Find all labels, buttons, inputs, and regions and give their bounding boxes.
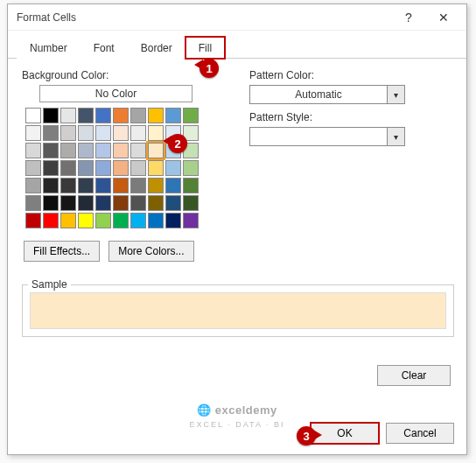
color-swatch[interactable] [113,108,129,123]
format-cells-dialog: Format Cells ? ✕ Number Font Border Fill… [7,4,467,455]
tab-border[interactable]: Border [128,37,186,59]
no-color-button[interactable]: No Color [39,85,192,102]
color-swatch[interactable] [60,143,76,158]
background-color-label: Background Color: [22,69,214,81]
tab-number[interactable]: Number [17,37,80,59]
color-swatch[interactable] [78,160,94,176]
color-swatch[interactable] [113,160,129,176]
color-swatch[interactable] [130,125,146,141]
color-swatch[interactable] [148,195,164,211]
close-button[interactable]: ✕ [426,5,461,30]
pattern-color-dropdown[interactable]: Automatic ▾ [249,85,405,104]
color-swatch[interactable] [43,160,59,176]
more-colors-button[interactable]: More Colors... [108,241,193,262]
color-swatch[interactable] [60,178,76,193]
color-swatch[interactable] [95,160,111,176]
chevron-down-icon: ▾ [387,128,404,145]
color-swatch[interactable] [130,178,146,193]
color-swatch[interactable] [113,213,129,228]
titlebar: Format Cells ? ✕ [8,4,466,31]
color-swatch[interactable] [78,108,94,123]
color-swatch[interactable] [148,160,164,176]
sample-label: Sample [28,278,71,291]
color-swatch[interactable] [165,108,181,123]
color-swatch[interactable] [148,125,164,141]
sample-group: Sample [22,284,454,337]
color-swatch[interactable] [43,178,59,193]
color-swatch[interactable] [165,160,181,176]
color-swatch[interactable] [95,143,111,158]
color-swatch[interactable] [183,160,199,176]
color-swatch[interactable] [60,195,76,211]
callout-2: 2 [168,134,187,153]
color-swatch[interactable] [60,160,76,176]
color-swatch[interactable] [25,108,41,123]
color-swatch[interactable] [43,213,59,228]
color-swatch[interactable] [113,195,129,211]
color-swatch[interactable] [95,213,111,228]
clear-button[interactable]: Clear [377,365,451,386]
color-swatch[interactable] [60,108,76,123]
cancel-button[interactable]: Cancel [386,423,454,444]
color-swatch[interactable] [113,178,129,193]
color-swatch[interactable] [43,143,59,158]
color-swatch[interactable] [43,195,59,211]
color-swatch[interactable] [130,160,146,176]
color-swatch[interactable] [60,125,76,141]
color-swatch-grid [25,108,214,228]
help-button[interactable]: ? [391,5,426,30]
color-swatch[interactable] [183,108,199,123]
color-swatch[interactable] [130,143,146,158]
color-swatch[interactable] [78,213,94,228]
color-swatch[interactable] [60,213,76,228]
color-swatch[interactable] [183,178,199,193]
color-swatch[interactable] [130,195,146,211]
dialog-footer: OK Cancel [311,423,454,444]
tab-font[interactable]: Font [80,37,128,59]
color-swatch[interactable] [95,108,111,123]
color-swatch[interactable] [148,143,164,158]
pattern-style-value [250,128,387,145]
sample-preview [30,292,446,329]
color-swatch[interactable] [183,195,199,211]
color-swatch[interactable] [165,195,181,211]
pattern-style-dropdown[interactable]: ▾ [249,127,405,146]
color-swatch[interactable] [25,125,41,141]
color-swatch[interactable] [148,108,164,123]
color-swatch[interactable] [113,125,129,141]
color-swatch[interactable] [165,213,181,228]
color-swatch[interactable] [25,213,41,228]
color-swatch[interactable] [43,108,59,123]
color-swatch[interactable] [95,195,111,211]
callout-1: 1 [200,59,219,78]
tab-content-fill: Background Color: No Color Fill Effects.… [8,59,466,270]
color-swatch[interactable] [25,178,41,193]
color-swatch[interactable] [25,195,41,211]
color-swatch[interactable] [43,125,59,141]
pattern-color-value: Automatic [250,86,387,103]
color-swatch[interactable] [95,178,111,193]
color-swatch[interactable] [148,213,164,228]
color-swatch[interactable] [165,178,181,193]
color-swatch[interactable] [25,143,41,158]
right-column: Pattern Color: Automatic ▾ Pattern Style… [249,69,424,262]
pattern-color-label: Pattern Color: [249,69,424,81]
color-swatch[interactable] [148,178,164,193]
color-swatch[interactable] [95,125,111,141]
tab-fill[interactable]: Fill [186,37,225,59]
color-swatch[interactable] [130,108,146,123]
color-swatch[interactable] [78,143,94,158]
dialog-title: Format Cells [17,11,391,24]
color-swatch[interactable] [130,213,146,228]
color-swatch[interactable] [25,160,41,176]
color-swatch[interactable] [78,195,94,211]
callout-3: 3 [297,426,316,445]
left-column: Background Color: No Color Fill Effects.… [22,69,214,262]
color-swatch[interactable] [113,143,129,158]
pattern-style-label: Pattern Style: [249,111,424,123]
color-swatch[interactable] [78,125,94,141]
fill-effects-button[interactable]: Fill Effects... [24,241,100,262]
color-swatch[interactable] [183,213,199,228]
chevron-down-icon: ▾ [387,86,404,103]
color-swatch[interactable] [78,178,94,193]
